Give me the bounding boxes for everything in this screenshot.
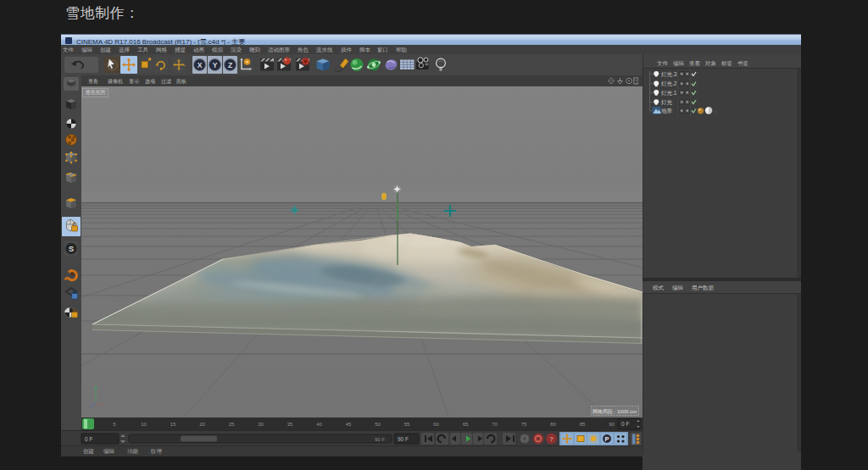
svg-text:85: 85: [580, 422, 586, 427]
svg-text:文件: 文件: [657, 60, 669, 66]
svg-text:0 F: 0 F: [621, 421, 629, 427]
svg-text:15: 15: [170, 422, 176, 427]
svg-text:P: P: [604, 435, 609, 443]
svg-text:灯光: 灯光: [661, 99, 673, 106]
svg-text:90 F: 90 F: [375, 437, 385, 442]
svg-text:对象: 对象: [704, 60, 717, 66]
svg-text:灯光.1: 灯光.1: [661, 90, 677, 97]
svg-text:模式: 模式: [653, 285, 665, 290]
svg-text:灯光.3: 灯光.3: [661, 71, 677, 78]
svg-text:::: ::: [714, 109, 717, 114]
svg-text:10: 10: [141, 422, 147, 427]
svg-text:75: 75: [521, 422, 527, 427]
svg-text:标签: 标签: [721, 60, 733, 67]
svg-text:80: 80: [550, 422, 556, 427]
svg-text:40: 40: [316, 422, 322, 427]
svg-text:编辑: 编辑: [672, 285, 684, 290]
svg-text:?: ?: [549, 435, 554, 443]
svg-text:灯光.2: 灯光.2: [661, 80, 677, 87]
svg-text:书签: 书签: [737, 60, 749, 66]
svg-text:S: S: [69, 245, 74, 253]
svg-text:用户数据: 用户数据: [692, 285, 715, 291]
svg-text:45: 45: [346, 422, 352, 427]
svg-text:X: X: [198, 61, 203, 69]
svg-text:90: 90: [609, 422, 615, 427]
svg-text:地形: 地形: [661, 108, 673, 114]
svg-text:编辑: 编辑: [673, 60, 685, 66]
svg-text:50: 50: [375, 422, 381, 427]
svg-text:55: 55: [404, 422, 410, 427]
svg-text:70: 70: [492, 422, 498, 427]
svg-text:Z: Z: [228, 61, 232, 69]
svg-text:90 F: 90 F: [398, 436, 409, 442]
svg-text:20: 20: [199, 422, 205, 427]
svg-text:Y: Y: [213, 61, 218, 69]
svg-text:25: 25: [229, 422, 235, 427]
svg-text:网格间距 : 1000 cm: 网格间距 : 1000 cm: [593, 408, 637, 415]
svg-text:查看: 查看: [689, 60, 701, 67]
svg-text:60: 60: [433, 422, 439, 427]
svg-text:65: 65: [463, 422, 469, 427]
svg-text:35: 35: [287, 422, 293, 427]
svg-text:30: 30: [258, 422, 264, 427]
svg-text:0 F: 0 F: [85, 436, 92, 442]
